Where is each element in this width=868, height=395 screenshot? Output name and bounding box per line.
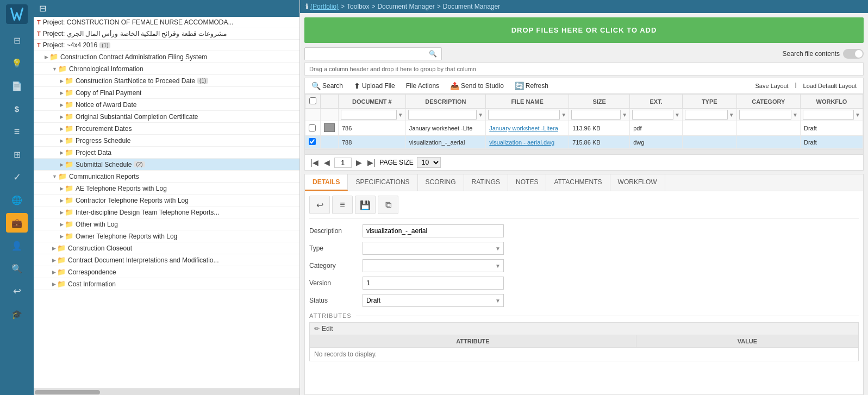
col-docnum-header[interactable]: DOCUMENT # [339, 95, 406, 109]
tree-item-1[interactable]: TProject: CONSTRUCTION OF FEMALE NURSE A… [34, 17, 299, 28]
tree-item-7[interactable]: ▶📁Copy of Final Payment [34, 87, 299, 99]
filter-description-input[interactable] [408, 110, 477, 120]
filter-docnum-input[interactable] [341, 110, 397, 120]
lightbulb-icon[interactable]: 💡 [6, 53, 28, 73]
attr-edit-btn[interactable]: ✏ Edit [314, 325, 333, 333]
filter-size-input[interactable] [571, 110, 621, 120]
detail-external-btn[interactable]: ⧉ [378, 196, 398, 214]
search-submit-icon[interactable]: 🔍 [424, 48, 441, 60]
filter-ext-input[interactable] [632, 110, 673, 120]
detail-list-btn[interactable]: ≡ [332, 196, 353, 214]
tab-ratings[interactable]: RATINGS [464, 174, 508, 191]
sidebar-h-scroll[interactable] [34, 388, 299, 395]
tree-item-5[interactable]: ▼📁Chronological Information [34, 63, 299, 75]
sidebar-menu-icon[interactable]: ⊟ [39, 3, 46, 14]
briefcase-icon[interactable]: 💼 [6, 213, 28, 233]
checkmark-icon[interactable]: ✓ [6, 167, 28, 187]
detail-save-btn[interactable]: 💾 [355, 196, 376, 214]
status-select[interactable]: Draft Final Archived [363, 294, 504, 307]
tree-item-12[interactable]: ▶📁Project Data [34, 147, 299, 159]
person-icon[interactable]: 👤 [6, 236, 28, 255]
toolbar-search-btn[interactable]: 🔍 Search [309, 80, 345, 91]
save-layout-btn[interactable]: Save Layout [753, 81, 791, 90]
toolbar-refresh-btn[interactable]: 🔄 Refresh [513, 80, 551, 91]
calculator-icon[interactable]: ⊞ [6, 145, 28, 164]
col-filename-header[interactable]: FILE NAME [486, 95, 569, 109]
tree-item-9[interactable]: ▶📁Original Substantial Completion Certif… [34, 111, 299, 123]
search-bottom-icon[interactable]: 🔍 [6, 259, 28, 278]
tab-workflow[interactable]: WORKFLOW [610, 174, 665, 191]
category-select[interactable] [363, 259, 504, 272]
row-checkbox-cell[interactable] [305, 121, 321, 136]
filter-type-icon[interactable]: ▼ [729, 112, 734, 118]
drop-zone[interactable]: DROP FILES HERE OR CLICK TO ADD [304, 17, 864, 43]
tree-item-11[interactable]: ▶📁Progress Schedule [34, 135, 299, 147]
col-category-header[interactable]: CATEGORY [736, 95, 800, 109]
next-page-btn[interactable]: ▶ [355, 158, 363, 167]
tree-item-13[interactable]: ▶📁Submittal Schedule(2) [34, 159, 299, 171]
version-input[interactable] [363, 277, 504, 290]
dollar-icon[interactable]: $ [6, 99, 28, 118]
toolbar-upload-btn[interactable]: ⬆ Upload File [352, 80, 397, 91]
col-type-header[interactable]: TYPE [682, 95, 736, 109]
filter-size-icon[interactable]: ▼ [622, 112, 627, 118]
tree-item-21[interactable]: ▶📁Contract Document Interpretations and … [34, 254, 299, 266]
tree-item-14[interactable]: ▼📁Communication Reports [34, 171, 299, 183]
table-h-scroll[interactable] [304, 149, 864, 155]
tab-scoring[interactable]: SCORING [418, 174, 464, 191]
tree-item-18[interactable]: ▶📁Other with Log [34, 218, 299, 230]
filter-type-input[interactable] [685, 110, 728, 120]
breadcrumb-portfolio[interactable]: (Portfolio) [310, 3, 339, 10]
row-filename-link[interactable]: visualization - aerial.dwg [489, 139, 554, 146]
filter-filename-icon[interactable]: ▼ [561, 112, 566, 118]
last-page-btn[interactable]: ▶| [366, 158, 377, 167]
table-row[interactable]: 788 visualization_-_aerial visualization… [305, 136, 863, 149]
tree-item-3[interactable]: TProject: ~4x4 2016(1) [34, 40, 299, 51]
tree-item-20[interactable]: ▶📁Construction Closeout [34, 242, 299, 254]
tab-attachments[interactable]: ATTACHMENTS [546, 174, 610, 191]
tree-item-23[interactable]: ▶📁Cost Information [34, 278, 299, 290]
description-input[interactable] [363, 224, 504, 237]
row-checkbox[interactable] [309, 138, 316, 145]
filter-workflow-icon[interactable]: ▼ [855, 112, 860, 118]
load-default-layout-btn[interactable]: Load Default Layout [801, 81, 859, 90]
select-all-checkbox[interactable] [309, 97, 316, 104]
globe-icon[interactable]: 🌐 [6, 190, 28, 210]
filter-ext-icon[interactable]: ▼ [675, 112, 680, 118]
col-size-header[interactable]: SIZE [569, 95, 630, 109]
detail-undo-btn[interactable]: ↩ [309, 196, 330, 214]
current-page-input[interactable] [334, 158, 352, 168]
tree-item-4[interactable]: ▶📁Construction Contract Administration F… [34, 51, 299, 63]
prev-page-btn[interactable]: ◀ [323, 158, 331, 167]
tab-notes[interactable]: NOTES [508, 174, 546, 191]
tab-details[interactable]: DETAILS [305, 174, 348, 191]
page-size-select[interactable]: 10 25 50 [417, 157, 441, 168]
toolbar-file-actions-btn[interactable]: File Actions [404, 81, 441, 91]
col-workflow-header[interactable]: WORKFLO [800, 95, 863, 109]
tree-item-17[interactable]: ▶📁Inter-discipline Design Team Telephone… [34, 206, 299, 218]
col-ext-header[interactable]: EXT. [630, 95, 683, 109]
tree-item-10[interactable]: ▶📁Procurement Dates [34, 123, 299, 135]
filter-docnum-icon[interactable]: ▼ [398, 112, 403, 118]
filter-workflow-input[interactable] [803, 110, 854, 120]
document-icon[interactable]: 📄 [6, 76, 28, 96]
tree-item-22[interactable]: ▶📁Correspondence [34, 266, 299, 278]
table-row[interactable]: 786 January worksheet -Lite January work… [305, 121, 863, 136]
filter-category-icon[interactable]: ▼ [792, 112, 798, 118]
undo-bottom-icon[interactable]: ↩ [6, 281, 28, 301]
tree-item-16[interactable]: ▶📁Contractor Telephone Reports with Log [34, 195, 299, 206]
row-checkbox-cell[interactable] [305, 136, 321, 149]
row-checkbox[interactable] [309, 124, 316, 131]
tree-item-8[interactable]: ▶📁Notice of Award Date [34, 99, 299, 111]
tree-item-15[interactable]: ▶📁AE Telephone Reports with Log [34, 183, 299, 195]
menu-icon[interactable]: ⊟ [6, 30, 28, 50]
filter-description-icon[interactable]: ▼ [478, 112, 483, 118]
col-description-header[interactable]: DESCRIPTION [405, 95, 486, 109]
type-select[interactable] [363, 242, 504, 255]
filter-filename-input[interactable] [488, 110, 560, 120]
tab-specifications[interactable]: SPECIFICATIONS [348, 174, 417, 191]
tree-item-2[interactable]: TProject: مشروعات قطعة وقرائح الملكية ال… [34, 28, 299, 40]
search-file-toggle[interactable] [843, 49, 864, 59]
tree-item-19[interactable]: ▶📁Owner Telephone Reports with Log [34, 230, 299, 242]
row-filename-link[interactable]: January worksheet -Litera [489, 125, 558, 131]
